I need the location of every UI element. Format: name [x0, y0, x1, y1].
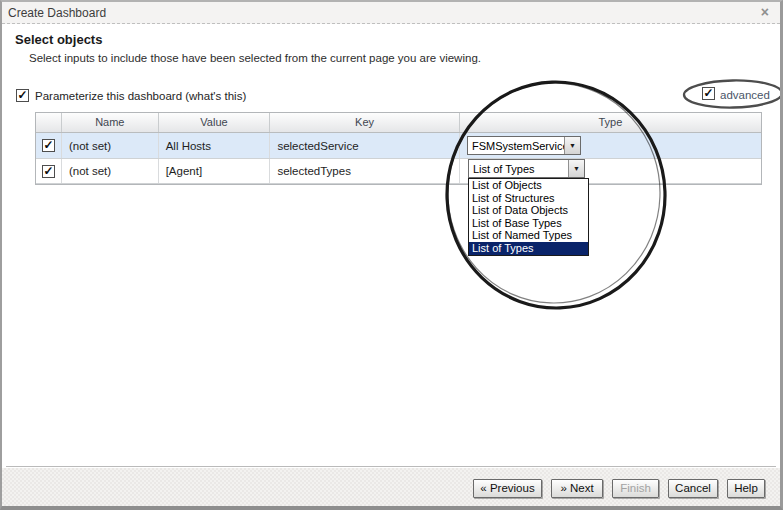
header-name[interactable]: Name: [61, 113, 158, 132]
advanced-checkbox[interactable]: ✓: [702, 87, 715, 100]
row2-name: (not set): [61, 159, 158, 183]
previous-button[interactable]: « Previous: [473, 479, 542, 498]
chevron-down-icon[interactable]: ▼: [568, 160, 584, 177]
annotation-overlay: [2, 2, 783, 510]
dropdown-option[interactable]: List of Base Types: [469, 217, 588, 230]
service-type-dropdown[interactable]: FSMSystemService ▼: [467, 136, 581, 155]
dialog-title: Create Dashboard: [8, 6, 106, 20]
cancel-button[interactable]: Cancel: [668, 479, 718, 498]
dropdown-option[interactable]: List of Structures: [469, 192, 588, 205]
table-row[interactable]: ✓ (not set) All Hosts selectedService: [36, 133, 761, 159]
row2-value: [Agent]: [158, 159, 270, 183]
row2-checkbox[interactable]: ✓: [42, 165, 55, 178]
table-header-row: Name Value Key Type: [36, 113, 761, 133]
header-value[interactable]: Value: [158, 113, 270, 132]
create-dashboard-dialog: Create Dashboard × Select objects Select…: [0, 0, 783, 510]
page-subtitle: Select inputs to include those have been…: [29, 52, 481, 64]
types-dropdown-value: List of Types: [469, 160, 568, 177]
dropdown-option-selected[interactable]: List of Types: [469, 242, 588, 255]
whats-this-link[interactable]: (what's this): [185, 90, 246, 102]
row2-key: selectedTypes: [269, 159, 458, 183]
parameterize-checkbox[interactable]: ✓: [16, 89, 29, 102]
footer-buttons: « Previous » Next Finish Cancel Help: [473, 479, 765, 498]
types-dropdown-list: List of Objects List of Structures List …: [468, 178, 589, 256]
dropdown-option[interactable]: List of Objects: [469, 179, 588, 192]
types-dropdown[interactable]: List of Types ▼: [468, 159, 585, 178]
dropdown-option[interactable]: List of Data Objects: [469, 204, 588, 217]
finish-button: Finish: [612, 479, 659, 498]
parameterize-label-text: Parameterize this dashboard: [35, 90, 185, 102]
chevron-down-icon[interactable]: ▼: [564, 137, 580, 154]
close-icon[interactable]: ×: [761, 5, 769, 19]
help-button[interactable]: Help: [727, 479, 765, 498]
parameters-table: Name Value Key Type ✓ (not set) All Host…: [35, 112, 762, 185]
page-title: Select objects: [15, 32, 102, 47]
table-row[interactable]: ✓ (not set) [Agent] selectedTypes: [36, 159, 761, 184]
header-type[interactable]: Type: [459, 113, 761, 132]
dialog-titlebar: Create Dashboard ×: [2, 2, 780, 24]
next-button[interactable]: » Next: [551, 479, 603, 498]
dropdown-option[interactable]: List of Named Types: [469, 229, 588, 242]
service-type-dropdown-value: FSMSystemService: [468, 137, 564, 154]
header-checkbox-column: [36, 113, 61, 132]
row1-value: All Hosts: [158, 133, 270, 158]
row1-key: selectedService: [269, 133, 458, 158]
row1-name: (not set): [61, 133, 158, 158]
footer-divider: [6, 466, 776, 467]
row1-checkbox[interactable]: ✓: [42, 139, 55, 152]
parameterize-label: Parameterize this dashboard (what's this…: [35, 90, 246, 102]
header-key[interactable]: Key: [269, 113, 458, 132]
advanced-label: advanced: [720, 89, 770, 101]
